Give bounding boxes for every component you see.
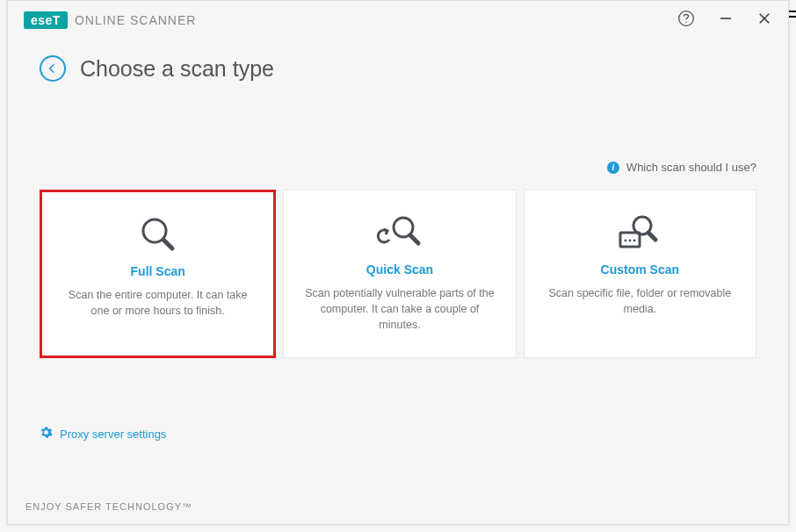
- quick-scan-title: Quick Scan: [366, 262, 433, 277]
- page-title: Choose a scan type: [80, 56, 274, 82]
- proxy-settings-label: Proxy server settings: [60, 428, 166, 441]
- close-button[interactable]: [756, 11, 772, 30]
- full-scan-title: Full Scan: [131, 264, 185, 278]
- which-scan-help-link[interactable]: i Which scan should I use?: [607, 161, 756, 174]
- titlebar: eseT ONLINE SCANNER: [8, 1, 788, 40]
- decorative-tick: [789, 16, 796, 18]
- back-button[interactable]: [40, 55, 66, 82]
- svg-point-13: [629, 240, 632, 242]
- info-icon: i: [607, 162, 619, 174]
- proxy-settings-link[interactable]: Proxy server settings: [40, 426, 166, 442]
- footer-tagline: ENJOY SAFER TECHNOLOGY™: [25, 501, 192, 512]
- full-scan-desc: Scan the entire computer. It can take on…: [58, 287, 257, 319]
- svg-line-8: [410, 235, 418, 243]
- page-header: Choose a scan type: [8, 40, 788, 87]
- decorative-tick: [789, 11, 796, 12]
- scan-type-cards: Full Scan Scan the entire computer. It c…: [8, 174, 788, 358]
- quick-scan-desc: Scan potentially vulnerable parts of the…: [300, 285, 499, 333]
- svg-line-10: [648, 233, 655, 240]
- minimize-button[interactable]: [718, 11, 734, 30]
- which-scan-label: Which scan should I use?: [626, 161, 756, 174]
- window-controls: [677, 10, 772, 31]
- svg-line-6: [163, 240, 172, 248]
- quick-scan-icon: [375, 210, 424, 255]
- custom-scan-title: Custom Scan: [601, 262, 679, 277]
- gear-icon: [40, 426, 53, 442]
- help-row: i Which scan should I use?: [8, 87, 788, 174]
- custom-scan-icon: [615, 210, 664, 255]
- svg-point-1: [685, 22, 687, 24]
- brand: eseT ONLINE SCANNER: [24, 11, 196, 29]
- custom-scan-desc: Scan specific file, folder or removable …: [540, 285, 740, 317]
- help-icon[interactable]: [677, 10, 695, 31]
- svg-point-12: [625, 240, 627, 242]
- svg-point-14: [633, 240, 636, 242]
- magnifier-icon: [137, 212, 179, 257]
- full-scan-card[interactable]: Full Scan Scan the entire computer. It c…: [40, 190, 276, 358]
- brand-product: ONLINE SCANNER: [75, 13, 196, 27]
- brand-logo: eseT: [24, 11, 68, 29]
- quick-scan-card[interactable]: Quick Scan Scan potentially vulnerable p…: [283, 190, 516, 358]
- custom-scan-card[interactable]: Custom Scan Scan specific file, folder o…: [524, 190, 756, 358]
- app-window: eseT ONLINE SCANNER Choose a scan type: [7, 0, 789, 525]
